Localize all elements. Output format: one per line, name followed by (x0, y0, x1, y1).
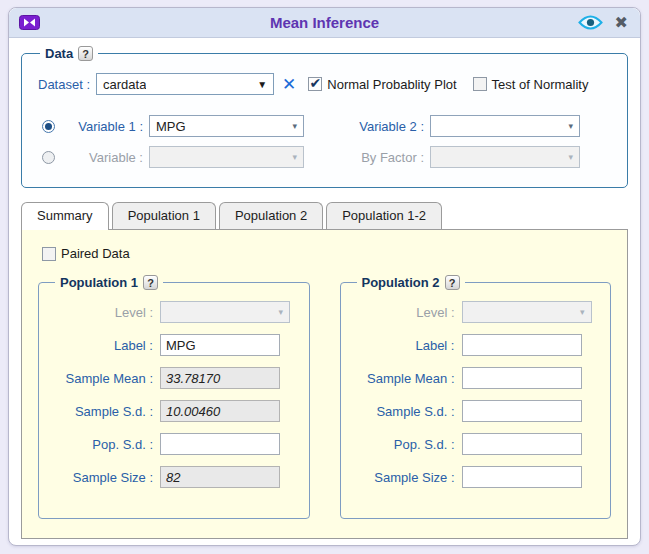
chevron-down-icon: ▾ (278, 307, 283, 317)
label-input[interactable] (160, 334, 280, 356)
variable1-row: Variable 1 : MPG ▾ Variable 2 : ▾ (32, 115, 617, 137)
label-input[interactable] (462, 334, 582, 356)
sample-sd-input (160, 400, 280, 422)
label-row: Label : (349, 334, 603, 356)
tab-summary[interactable]: Summary (21, 202, 109, 230)
level-dropdown[interactable]: ▾ (160, 301, 290, 323)
sample-sd-row: Sample S.d. : (47, 400, 301, 422)
dataset-label: Dataset : (38, 77, 90, 92)
level-label: Level : (349, 305, 455, 320)
eye-icon[interactable] (578, 14, 603, 31)
variable2-dropdown[interactable]: ▾ (430, 115, 580, 137)
variable1-label: Variable 1 : (55, 119, 143, 134)
by-factor-label: By Factor : (318, 150, 424, 165)
level-label: Level : (47, 305, 153, 320)
data-section: Data ? Dataset : cardata ▼ ✕ ✔ Normal Pr… (21, 46, 628, 188)
normal-probability-plot-checkbox[interactable]: ✔ (308, 77, 322, 91)
chevron-down-icon: ▾ (568, 152, 573, 162)
tab-bar: Summary Population 1 Population 2 Popula… (21, 202, 640, 229)
population-2-legend-text: Population 2 (362, 275, 440, 290)
data-help-icon[interactable]: ? (78, 46, 93, 61)
tab-population-1-2-label: Population 1-2 (342, 208, 426, 223)
sample-mean-label: Sample Mean : (47, 371, 153, 386)
pop-sd-input[interactable] (462, 433, 582, 455)
label-label: Label : (349, 338, 455, 353)
level-dropdown[interactable]: ▾ (462, 301, 592, 323)
paired-data-label: Paired Data (61, 246, 130, 261)
test-of-normality-checkbox[interactable] (473, 77, 487, 91)
summary-tab-panel: Paired Data Population 1 ? Level : ▾ Lab (21, 229, 628, 539)
paired-data-row: Paired Data (22, 230, 627, 261)
variable-label: Variable : (55, 150, 143, 165)
population-2-legend: Population 2 ? (357, 275, 465, 290)
tab-population-1-2[interactable]: Population 1-2 (326, 202, 442, 229)
window-title: Mean Inference (9, 14, 640, 31)
sample-mean-row: Sample Mean : (349, 367, 603, 389)
variable2-label: Variable 2 : (318, 119, 424, 134)
by-factor-dropdown[interactable]: ▾ (430, 146, 580, 168)
sample-mean-input[interactable] (462, 367, 582, 389)
data-legend-text: Data (45, 46, 73, 61)
sample-mean-label: Sample Mean : (349, 371, 455, 386)
population-1-legend: Population 1 ? (55, 275, 163, 290)
titlebar: Mean Inference ✖ (9, 8, 640, 38)
sample-sd-label: Sample S.d. : (349, 404, 455, 419)
chevron-down-icon: ▾ (292, 121, 297, 131)
variable1-radio[interactable] (42, 120, 55, 133)
chevron-down-icon: ▾ (568, 121, 573, 131)
population-boxes: Population 1 ? Level : ▾ Label : Sample … (38, 275, 611, 519)
label-label: Label : (47, 338, 153, 353)
sample-sd-row: Sample S.d. : (349, 400, 603, 422)
sample-sd-input[interactable] (462, 400, 582, 422)
tab-population-2-label: Population 2 (235, 208, 307, 223)
tab-population-1-label: Population 1 (128, 208, 200, 223)
pop-sd-row: Pop. S.d. : (47, 433, 301, 455)
variable1-value: MPG (156, 119, 186, 134)
population-1-legend-text: Population 1 (60, 275, 138, 290)
dataset-dropdown[interactable]: cardata ▼ (96, 73, 274, 95)
tab-summary-label: Summary (37, 208, 93, 223)
app-icon (19, 15, 40, 30)
check-icon: ✔ (309, 76, 321, 90)
population-2-help-icon[interactable]: ? (445, 275, 460, 290)
sample-mean-input (160, 367, 280, 389)
paired-data-checkbox[interactable] (42, 247, 56, 261)
population-2-section: Population 2 ? Level : ▾ Label : Sample … (340, 275, 612, 519)
sample-sd-label: Sample S.d. : (47, 404, 153, 419)
pop-sd-row: Pop. S.d. : (349, 433, 603, 455)
chevron-down-icon: ▾ (292, 152, 297, 162)
sample-size-input[interactable] (462, 466, 582, 488)
close-icon[interactable]: ✖ (615, 15, 628, 31)
sample-size-input (160, 466, 280, 488)
dataset-value: cardata (103, 77, 146, 92)
clear-dataset-button[interactable]: ✕ (282, 76, 296, 93)
sample-mean-row: Sample Mean : (47, 367, 301, 389)
dataset-row: Dataset : cardata ▼ ✕ ✔ Normal Probablit… (38, 73, 617, 95)
tab-population-2[interactable]: Population 2 (219, 202, 323, 229)
population-1-section: Population 1 ? Level : ▾ Label : Sample … (38, 275, 310, 519)
variable-byfactor-row: Variable : ▾ By Factor : ▾ (32, 146, 617, 168)
mean-inference-window: Mean Inference ✖ Data ? Dataset : cardat… (8, 7, 641, 546)
dropdown-arrow-icon: ▼ (257, 79, 267, 90)
variable-radio[interactable] (42, 151, 55, 164)
normal-probability-plot-label: Normal Probablity Plot (327, 77, 456, 92)
level-row: Level : ▾ (47, 301, 301, 323)
label-row: Label : (47, 334, 301, 356)
sample-size-label: Sample Size : (47, 470, 153, 485)
level-row: Level : ▾ (349, 301, 603, 323)
sample-size-label: Sample Size : (349, 470, 455, 485)
pop-sd-input[interactable] (160, 433, 280, 455)
pop-sd-label: Pop. S.d. : (47, 437, 153, 452)
chevron-down-icon: ▾ (580, 307, 585, 317)
variable1-dropdown[interactable]: MPG ▾ (149, 115, 304, 137)
population-1-help-icon[interactable]: ? (143, 275, 158, 290)
pop-sd-label: Pop. S.d. : (349, 437, 455, 452)
data-legend: Data ? (40, 46, 98, 61)
variable-dropdown[interactable]: ▾ (149, 146, 304, 168)
test-of-normality-label: Test of Normality (492, 77, 589, 92)
sample-size-row: Sample Size : (47, 466, 301, 488)
tab-population-1[interactable]: Population 1 (112, 202, 216, 229)
sample-size-row: Sample Size : (349, 466, 603, 488)
